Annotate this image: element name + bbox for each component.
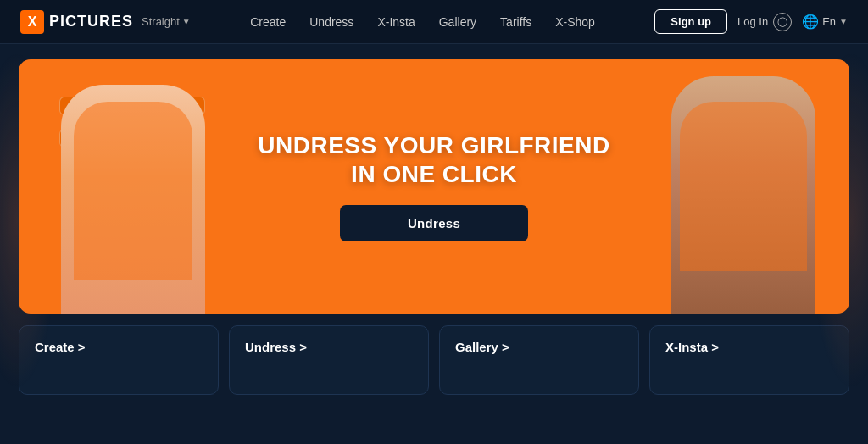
undress-hero-button[interactable]: Undress: [340, 205, 528, 241]
header-left: X PICTURES Straight ▼: [20, 10, 191, 34]
main-content: Bra T Bikini Undress Tatto rto UNDRESS Y…: [0, 44, 868, 407]
girl-right-overlay: [680, 102, 807, 271]
bottom-cards: Create > Undress > Gallery > X-Insta >: [19, 325, 849, 395]
card-x-insta-label: X-Insta >: [665, 340, 719, 354]
login-label: Log In: [737, 15, 768, 28]
card-gallery-label: Gallery >: [455, 340, 509, 354]
header-right: Sign up Log In ◯ 🌐 En ▼: [654, 9, 848, 34]
girl-left-body: [61, 85, 205, 314]
nav-item-x-shop[interactable]: X-Shop: [555, 15, 595, 29]
nav-item-create[interactable]: Create: [250, 15, 286, 29]
user-icon: ◯: [773, 13, 792, 31]
category-label: Straight: [142, 15, 180, 28]
chevron-down-icon: ▼: [182, 17, 191, 26]
card-create-label: Create >: [35, 340, 86, 354]
nav-item-gallery[interactable]: Gallery: [439, 15, 476, 29]
logo-icon: X: [20, 10, 44, 34]
girl-right-image: [671, 76, 815, 314]
header: X PICTURES Straight ▼ Create Undress X-I…: [0, 0, 868, 44]
hero-title-line1: UNDRESS YOUR GIRLFRIEND: [258, 131, 609, 160]
globe-icon: 🌐: [802, 14, 819, 30]
nav-item-tariffs[interactable]: Tariffs: [500, 15, 531, 29]
nav-item-x-insta[interactable]: X-Insta: [377, 15, 415, 29]
card-gallery[interactable]: Gallery >: [439, 325, 639, 395]
girl-left-image: [61, 85, 205, 314]
hero-title: UNDRESS YOUR GIRLFRIEND IN ONE CLICK: [258, 131, 609, 188]
hero-center: UNDRESS YOUR GIRLFRIEND IN ONE CLICK Und…: [258, 131, 609, 241]
hero-banner: Bra T Bikini Undress Tatto rto UNDRESS Y…: [19, 59, 849, 314]
girl-right-body: [671, 76, 815, 314]
lang-label: En: [822, 15, 836, 28]
card-create[interactable]: Create >: [19, 325, 219, 395]
card-undress[interactable]: Undress >: [229, 325, 429, 395]
card-undress-label: Undress >: [245, 340, 307, 354]
logo-text: PICTURES: [49, 13, 133, 31]
login-button[interactable]: Log In ◯: [737, 13, 792, 31]
lang-chevron-icon: ▼: [839, 17, 848, 26]
hero-title-line2: IN ONE CLICK: [258, 160, 609, 189]
card-x-insta[interactable]: X-Insta >: [649, 325, 849, 395]
signup-button[interactable]: Sign up: [654, 9, 727, 34]
nav-item-undress[interactable]: Undress: [309, 15, 353, 29]
main-nav: Create Undress X-Insta Gallery Tariffs X…: [250, 15, 595, 29]
language-selector[interactable]: 🌐 En ▼: [802, 14, 848, 30]
girl-left-overlay: [74, 102, 192, 280]
category-selector[interactable]: Straight ▼: [142, 15, 191, 28]
